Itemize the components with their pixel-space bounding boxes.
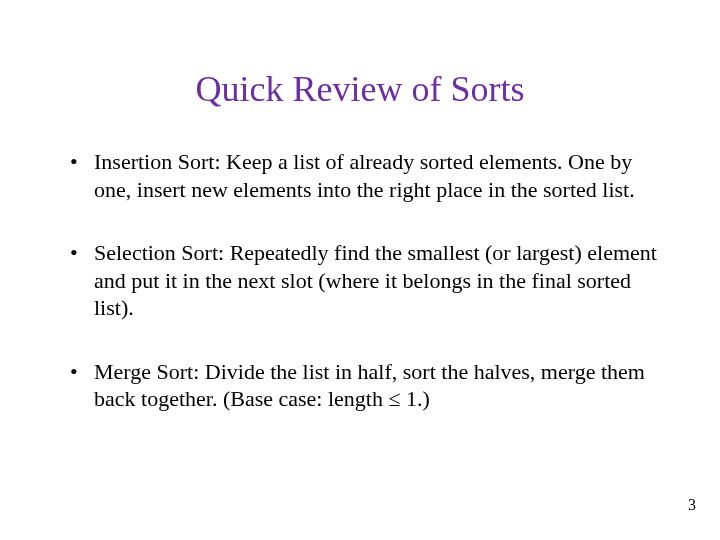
page-number: 3 <box>688 496 696 514</box>
slide: Quick Review of Sorts Insertion Sort: Ke… <box>0 0 720 540</box>
list-item: Insertion Sort: Keep a list of already s… <box>74 148 668 203</box>
list-item: Selection Sort: Repeatedly find the smal… <box>74 239 668 322</box>
slide-title: Quick Review of Sorts <box>52 68 668 110</box>
list-item: Merge Sort: Divide the list in half, sor… <box>74 358 668 413</box>
bullet-list: Insertion Sort: Keep a list of already s… <box>52 148 668 413</box>
